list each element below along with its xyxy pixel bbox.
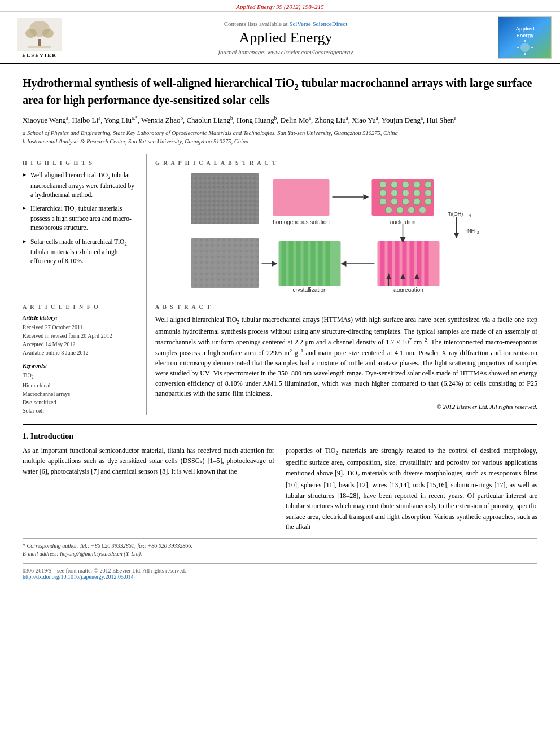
highlight-item-1: Well-aligned hierarchical TiO2 tubular m…	[23, 171, 138, 199]
intro-title: 1. Introduction	[23, 432, 537, 441]
svg-point-3	[42, 29, 54, 38]
svg-rect-24	[273, 179, 330, 216]
journal-citation: Applied Energy 99 (2012) 198–215	[236, 3, 323, 10]
svg-point-35	[391, 190, 398, 196]
svg-rect-4	[38, 39, 41, 46]
svg-rect-63	[318, 241, 323, 286]
available-date: Available online 8 June 2012	[23, 348, 138, 357]
svg-point-38	[425, 190, 432, 196]
intro-number: 1.	[23, 432, 29, 440]
svg-point-30	[391, 181, 398, 188]
svg-point-39	[380, 198, 387, 205]
journal-top-bar: Applied Energy 99 (2012) 198–215	[0, 0, 560, 12]
sciverse-link: Contents lists available at SciVerse Sci…	[79, 20, 492, 27]
svg-point-29	[380, 181, 387, 188]
highlights-col: H I G H L I G H T S Well-aligned hierarc…	[23, 154, 147, 292]
corresponding-author-text: * Corresponding author. Tel.: +86 020 39…	[23, 543, 193, 549]
authors: Xiaoyue Wanga, Haibo Lia, Yong Liua,*, W…	[23, 115, 537, 126]
abstract-label: A B S T R A C T	[155, 304, 537, 310]
affiliation-b: b Instrumental Analysis & Research Cente…	[23, 138, 537, 146]
intro-right-col: properties of TiO2 materials are strongl…	[286, 445, 537, 532]
svg-point-34	[380, 190, 387, 196]
affiliations: a School of Physics and Engineering, Sta…	[23, 129, 537, 146]
article-history-label: Article history:	[23, 314, 138, 321]
svg-rect-58	[282, 241, 286, 286]
svg-marker-67	[341, 261, 347, 267]
svg-rect-59	[289, 241, 294, 286]
intro-left-text: As an important functional semiconductor…	[23, 445, 274, 477]
keyword-dye-sensitized: Dye-sensitized	[23, 398, 138, 407]
graphical-abstract-label: G R A P H I C A L A B S T R A C T	[155, 160, 537, 166]
svg-rect-71	[395, 241, 400, 286]
article-title: Hydrothermal synthesis of well-aligned h…	[23, 76, 537, 108]
introduction-section: 1. Introduction As an important function…	[23, 424, 537, 532]
elsevier-logo-section: ELSEVIER	[6, 18, 73, 58]
abstract-text: Well-aligned hierarchical TiO2 tubular m…	[155, 314, 537, 399]
sciverse-anchor[interactable]: SciVerse ScienceDirect	[289, 20, 347, 27]
svg-point-2	[25, 29, 37, 38]
graphical-abstract-svg: homogeneous solution	[155, 171, 537, 292]
journal-center: Contents lists available at SciVerse Sci…	[79, 20, 492, 55]
received-revised-date: Received in revised form 20 April 2012	[23, 331, 138, 340]
svg-rect-23	[191, 173, 259, 224]
svg-point-45	[397, 207, 404, 213]
svg-rect-73	[410, 241, 414, 286]
svg-rect-75	[425, 241, 429, 286]
accepted-date: Accepted 14 May 2012	[23, 340, 138, 348]
keyword-tio2: TiO2	[23, 371, 138, 381]
keywords-label: Keywords:	[23, 362, 138, 369]
graphical-abstract-image: homogeneous solution	[155, 171, 537, 292]
email-text: E-mail address: liuyong7@mail.sysu.edu.c…	[23, 551, 142, 557]
intro-two-col: As an important functional semiconductor…	[23, 445, 537, 532]
svg-rect-68	[378, 241, 440, 286]
highlights-graphical-section: H I G H L I G H T S Well-aligned hierarc…	[23, 154, 537, 292]
svg-point-37	[414, 190, 421, 196]
svg-point-40	[391, 198, 398, 205]
doi-link[interactable]: http://dx.doi.org/10.1016/j.apenergy.201…	[23, 574, 537, 580]
svg-rect-61	[304, 241, 308, 286]
svg-point-41	[403, 198, 409, 205]
received-date: Received 27 October 2011	[23, 323, 138, 331]
svg-text:Ti(OH): Ti(OH)	[448, 211, 463, 217]
highlight-item-2: Hierarchical TiO2 tubular materials poss…	[23, 204, 138, 233]
svg-text:homogeneous solution: homogeneous solution	[273, 219, 330, 225]
keywords-section: Keywords: TiO2 Hierarchical Macrochannel…	[23, 362, 138, 414]
svg-marker-52	[454, 233, 460, 238]
svg-point-32	[414, 181, 421, 188]
email-note: E-mail address: liuyong7@mail.sysu.edu.c…	[23, 550, 537, 558]
svg-rect-64	[326, 241, 330, 286]
svg-point-31	[403, 181, 409, 188]
svg-point-36	[403, 190, 409, 196]
journal-name: Applied Energy	[79, 29, 492, 46]
elsevier-logo: ELSEVIER	[17, 18, 62, 58]
highlights-list: Well-aligned hierarchical TiO2 tubular m…	[23, 171, 138, 265]
keyword-hierarchical: Hierarchical	[23, 381, 138, 390]
svg-rect-57	[279, 241, 341, 286]
article-content: Hydrothermal synthesis of well-aligned h…	[0, 64, 560, 591]
svg-text:crystallization: crystallization	[292, 287, 326, 292]
article-info-label: A R T I C L E I N F O	[23, 304, 138, 310]
elsevier-tree-icon	[17, 18, 62, 51]
svg-text:4: 4	[469, 213, 471, 217]
issn-notice: 0306-2619/$ – see front matter © 2012 El…	[23, 567, 537, 574]
page: Applied Energy 99 (2012) 198–215 ELSEVIE…	[0, 0, 560, 747]
svg-text:3: 3	[477, 230, 479, 234]
svg-point-44	[386, 207, 392, 213]
svg-point-42	[414, 198, 421, 205]
svg-point-43	[425, 198, 432, 205]
svg-rect-74	[417, 241, 422, 286]
intro-heading: Introduction	[30, 432, 73, 440]
corresponding-author-note: * Corresponding author. Tel.: +86 020 39…	[23, 542, 537, 550]
copyright-notice: © 2012 Elsevier Ltd. All rights reserved…	[155, 403, 537, 410]
abstract-col: A B S T R A C T Well-aligned hierarchica…	[147, 292, 537, 414]
svg-point-33	[425, 181, 432, 188]
applied-energy-badge: Applied Energy	[498, 16, 552, 59]
graphical-abstract-col: G R A P H I C A L A B S T R A C T	[147, 154, 537, 292]
doi-anchor[interactable]: http://dx.doi.org/10.1016/j.apenergy.201…	[23, 574, 133, 580]
bottom-bar: 0306-2619/$ – see front matter © 2012 El…	[23, 563, 537, 580]
journal-header: ELSEVIER Contents lists available at Sci…	[0, 12, 560, 64]
keyword-macrochannel: Macrochannel arrays	[23, 390, 138, 398]
svg-marker-27	[364, 194, 369, 200]
highlight-item-3: Solar cells made of hierarchical TiO2 tu…	[23, 237, 138, 266]
keyword-solar-cell: Solar cell	[23, 407, 138, 415]
